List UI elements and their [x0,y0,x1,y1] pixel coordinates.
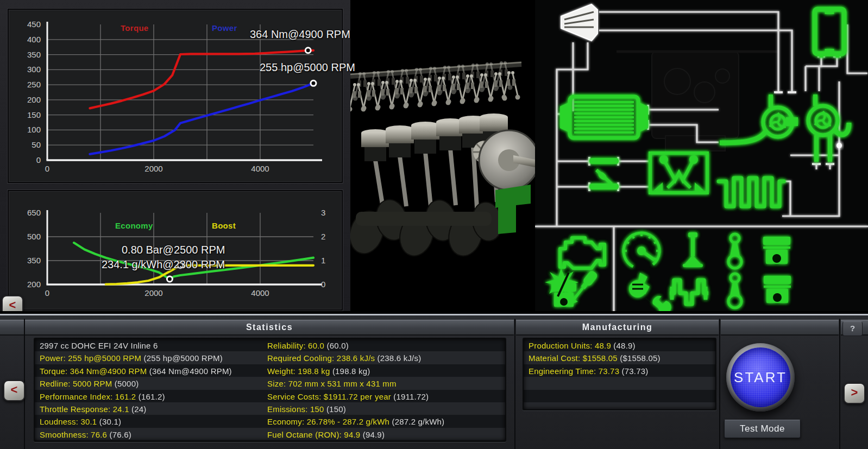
svg-text:0: 0 [45,164,49,173]
conrod-icon [728,274,741,308]
legend-power: Power [212,23,237,33]
test-mode-button[interactable]: Test Mode [724,420,801,438]
svg-text:100: 100 [27,125,41,134]
engine-3d-render [350,0,535,314]
fist-wrench-icon [629,273,671,314]
svg-text:4000: 4000 [251,288,269,298]
svg-text:0: 0 [321,280,325,289]
legend-torque: Torque [121,23,149,33]
stat-row: Fuel Octane (RON): 94.9 (94.9) [267,428,444,441]
svg-text:2: 2 [321,232,325,241]
air-filter-icon [561,4,597,41]
valvetrain [350,61,520,112]
stat-row: Size: 702 mm x 531 mm x 431 mm [267,377,444,390]
stat-row: Torque: 364 Nm@4900 RPM (364 Nm@4900 RPM… [40,365,232,377]
legend-boost: Boost [212,221,236,230]
statistics-right-column: Reliability: 60.0 (60.0)Required Cooling… [267,339,444,441]
valve-icon [683,232,703,267]
svg-text:200: 200 [27,280,41,289]
status-icons [545,226,791,313]
stat-row: Loudness: 30.1 (30.1) [40,415,232,428]
turbo-connector [786,117,798,126]
turbocharger-2-icon [808,94,849,162]
piston-icon [763,237,790,264]
stat-row: Economy: 26.78% - 287.2 g/kWh (287.2 g/k… [267,415,444,428]
next-page-button[interactable]: > [844,383,865,404]
crankshaft-icon [670,280,708,304]
stat-row: Reliability: 60.0 (60.0) [267,339,444,352]
svg-text:250: 250 [27,80,41,89]
conrod-icon [728,234,741,268]
exhaust-manifold-icon [719,178,784,206]
svg-text:2000: 2000 [144,164,162,173]
exhaust-outlet-icon [815,9,844,58]
engine-3d-viewport[interactable] [350,0,535,314]
crankshaft-3d [350,196,505,260]
start-button-ring: START [726,343,795,412]
stat-row: Smoothness: 76.6 (76.6) [40,428,232,441]
engine-schematic-panel[interactable] [535,0,868,314]
engine-schematic [535,0,868,314]
stat-row: Required Cooling: 238.6 kJ/s (238.6 kJ/s… [267,352,444,364]
statistics-header: Statistics [25,320,514,336]
best-economy-annotation: 234.1 g/kWh@2300 RPM [102,258,225,271]
svg-text:450: 450 [27,20,41,29]
start-button[interactable]: START [731,347,790,407]
stat-row: Performance Index: 161.2 (161.2) [40,390,232,403]
stat-row: Redline: 5000 RPM (5000) [40,377,232,390]
divider [719,319,720,449]
svg-text:200: 200 [27,95,41,104]
stat-row: Throttle Response: 24.1 (24) [40,403,232,415]
statistics-box: 2997 cc DOHC EFI 24V Inline 6Power: 255 … [34,338,506,442]
svg-text:350: 350 [27,50,41,59]
stat-row: Material Cost: $1558.05 ($1558.05) [529,352,661,364]
svg-text:3: 3 [321,208,325,217]
peak-power-annotation: 255 hp@5000 RPM [260,61,355,74]
manufacturing-header: Manufacturing [516,320,719,336]
dyno-charts-panel: 450400350300250200150100500020004000 Tor… [0,0,350,314]
svg-text:4000: 4000 [251,164,269,173]
direction-flag [495,185,531,234]
peak-torque-annotation: 364 Nm@4900 RPM [250,28,350,41]
svg-text:1: 1 [321,256,325,265]
throttle-bodies-icon [650,153,707,193]
economy-boost-chart: 6505003502003210020004000 Economy Boost … [8,190,343,311]
piston-icon [764,276,791,303]
stat-row: Service Costs: $1911.72 per year (1911.7… [267,390,444,403]
torque-power-chart: 450400350300250200150100500020004000 Tor… [8,9,343,183]
bottom-info-panel: Statistics Manufacturing 2997 cc DOHC EF… [0,314,868,449]
help-button[interactable]: ? [842,321,863,336]
stat-row: Engineering Time: 73.73 (73.73) [529,365,661,377]
svg-text:400: 400 [27,35,41,44]
check-engine-icon [560,238,605,268]
dyno-gauge-icon [617,226,665,275]
stat-row: Production Units: 48.9 (48.9) [529,339,661,352]
manufacturing-rows: Production Units: 48.9 (48.9)Material Co… [529,339,661,377]
svg-text:0: 0 [36,155,41,165]
svg-text:300: 300 [27,65,41,74]
svg-text:0: 0 [45,288,49,298]
prev-page-button[interactable]: < [3,380,25,401]
legend-economy: Economy [115,221,153,230]
wastegate-valve-icon [589,158,619,189]
engine-designer-screen: 450400350300250200150100500020004000 Tor… [0,0,868,449]
header-blank [721,320,839,336]
stat-row: Weight: 198.8 kg (198.8 kg) [267,365,444,377]
svg-text:500: 500 [27,232,41,241]
divider [514,319,515,449]
statistics-left-column: 2997 cc DOHC EFI 24V Inline 6Power: 255 … [40,339,232,441]
svg-text:350: 350 [27,256,41,265]
svg-text:2000: 2000 [144,288,162,298]
stat-row: Emissions: 150 (150) [267,403,444,415]
peak-boost-annotation: 0.80 Bar@2500 RPM [122,244,225,256]
svg-text:650: 650 [27,208,41,217]
svg-text:50: 50 [32,140,41,149]
divider [839,319,840,449]
header-stub [0,320,24,336]
stat-row: Power: 255 hp@5000 RPM (255 hp@5000 RPM) [40,352,232,364]
pipe-glow-spot [836,143,842,148]
engine-name-row: 2997 cc DOHC EFI 24V Inline 6 [40,339,232,352]
engine-block-emboss [617,52,779,151]
manufacturing-box: Production Units: 48.9 (48.9)Material Co… [523,338,716,410]
svg-text:150: 150 [27,110,41,119]
